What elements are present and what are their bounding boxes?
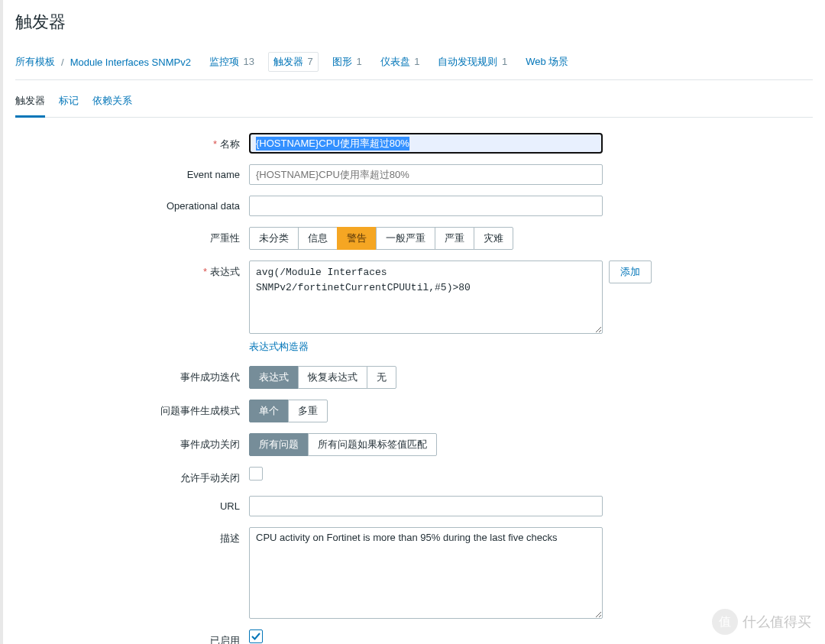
description-textarea[interactable] [249,527,603,619]
breadcrumb-count: 7 [305,56,313,67]
okclose-seg-option[interactable]: 所有问题 [249,433,309,456]
breadcrumb-item[interactable]: 自动发现规则 1 [433,53,512,71]
sev-seg-option[interactable]: 灾难 [474,227,513,250]
expression-builder-link[interactable]: 表达式构造器 [249,341,309,352]
breadcrumb-link[interactable]: Web 场景 [526,56,568,67]
sev-seg-option[interactable]: 一般严重 [376,227,435,250]
page-title: 触发器 [15,0,813,44]
breadcrumb: 所有模板 / Module Interfaces SNMPv2 监控项 13触发… [15,44,813,80]
okclose-seg-option[interactable]: 所有问题如果标签值匹配 [308,433,437,456]
tab-tags[interactable]: 标记 [59,89,79,117]
tab-dependencies[interactable]: 依赖关系 [92,89,132,117]
label-operational-data: Operational data [15,196,249,212]
label-url: URL [15,496,249,512]
label-severity: 严重性 [15,227,249,245]
label-event-name: Event name [15,164,249,180]
label-name: 名称 [220,138,240,150]
breadcrumb-count: 1 [412,56,420,67]
breadcrumb-template[interactable]: Module Interfaces SNMPv2 [70,57,191,68]
sev-seg-option[interactable]: 严重 [435,227,474,250]
severity-segmented: 未分类信息警告一般严重严重灾难 [249,227,513,250]
breadcrumb-link[interactable]: 自动发现规则 [438,56,497,67]
breadcrumb-count: 13 [241,56,254,67]
enabled-checkbox[interactable] [249,629,263,643]
label-enabled: 已启用 [15,629,249,644]
url-input[interactable] [249,496,603,516]
breadcrumb-item[interactable]: Web 场景 [521,53,573,71]
breadcrumb-all-templates[interactable]: 所有模板 [15,55,55,69]
label-allow-manual: 允许手动关闭 [15,467,249,485]
breadcrumb-link[interactable]: 图形 [332,56,352,67]
label-ok-gen: 事件成功迭代 [15,366,249,384]
label-ok-close: 事件成功关闭 [15,433,249,451]
okgen-seg-option[interactable]: 无 [367,366,396,389]
breadcrumb-link[interactable]: 监控项 [209,56,239,67]
ok-gen-segmented: 表达式恢复表达式无 [249,366,396,389]
breadcrumb-item[interactable]: 触发器 7 [268,52,319,72]
tab-bar: 触发器 标记 依赖关系 [15,80,813,118]
expression-textarea[interactable] [249,261,603,334]
pmode-seg-option[interactable]: 多重 [288,400,328,422]
sev-seg-option[interactable]: 警告 [337,227,377,250]
tab-trigger[interactable]: 触发器 [15,89,45,118]
breadcrumb-count: 1 [354,56,362,67]
okgen-seg-option[interactable]: 恢复表达式 [298,366,367,389]
label-problem-mode: 问题事件生成模式 [15,400,249,418]
sev-seg-option[interactable]: 信息 [298,227,338,250]
label-description: 描述 [15,527,249,545]
name-input[interactable] [249,133,603,154]
breadcrumb-separator: / [58,57,67,68]
pmode-seg-option[interactable]: 单个 [249,400,289,422]
ok-close-segmented: 所有问题所有问题如果标签值匹配 [249,433,437,456]
event-name-input[interactable] [249,164,603,185]
breadcrumb-item[interactable]: 监控项 13 [205,53,259,71]
breadcrumb-link[interactable]: 仪表盘 [380,56,410,67]
okgen-seg-option[interactable]: 表达式 [249,366,299,389]
breadcrumb-item[interactable]: 图形 1 [328,53,367,71]
allow-manual-checkbox[interactable] [249,467,263,481]
breadcrumb-link[interactable]: 触发器 [273,56,303,67]
operational-data-input[interactable] [249,196,603,216]
label-expression: 表达式 [210,266,240,277]
breadcrumb-item[interactable]: 仪表盘 1 [376,53,425,71]
add-expression-button[interactable]: 添加 [609,261,652,283]
sev-seg-option[interactable]: 未分类 [249,227,299,250]
problem-mode-segmented: 单个多重 [249,400,328,422]
breadcrumb-count: 1 [499,56,507,67]
